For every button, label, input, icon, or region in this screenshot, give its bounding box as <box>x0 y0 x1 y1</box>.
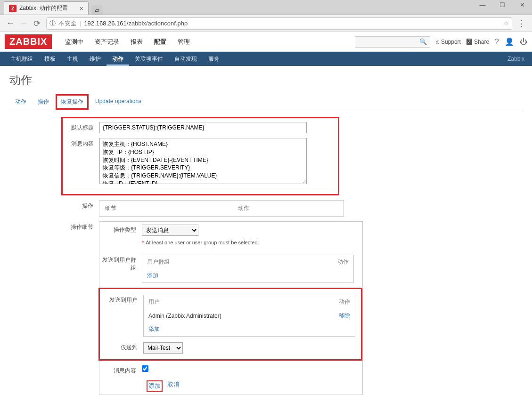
chrome-menu-icon[interactable]: ⋮ <box>515 18 528 29</box>
url-path: /zabbix/actionconf.php <box>127 20 188 27</box>
op-type-label: 操作类型 <box>99 225 142 234</box>
add-op-highlight: 添加 <box>147 380 163 392</box>
only-to-select[interactable]: Mail-Test <box>143 342 183 354</box>
op-type-note: At least one user or user group must be … <box>146 240 259 245</box>
subnav-hostgroups[interactable]: 主机群组 <box>5 52 39 66</box>
user-header: 用户 <box>144 295 312 309</box>
op-detail-box: 操作类型 发送消息 *At least one user or user gro… <box>99 221 363 395</box>
sub-nav: 主机群组 模板 主机 维护 动作 关联项事件 自动发现 服务 Zabbix <box>0 52 532 66</box>
ops-col-detail: 细节 <box>100 202 232 215</box>
tab-title: Zabbix: 动作的配置 <box>19 4 68 12</box>
menu-monitoring[interactable]: 监测中 <box>59 33 89 51</box>
page-content: 动作 动作 操作 恢复操作 Update operations 默认标题 消息内… <box>0 66 532 395</box>
add-op-link[interactable]: 添加 <box>148 382 161 389</box>
menu-inventory[interactable]: 资产记录 <box>89 33 125 51</box>
subnav-actions[interactable]: 动作 <box>106 52 129 66</box>
menu-configuration[interactable]: 配置 <box>148 33 172 51</box>
menu-reports[interactable]: 报表 <box>125 33 148 51</box>
browser-tab[interactable]: Z Zabbix: 动作的配置 × <box>4 1 89 15</box>
bookmark-icon[interactable]: ☆ <box>503 20 509 27</box>
op-detail-label: 操作细节 <box>9 221 99 231</box>
main-menu: 监测中 资产记录 报表 配置 管理 <box>59 33 196 51</box>
usergroup-header: 用户群组 <box>142 255 270 269</box>
subnav-correlation[interactable]: 关联项事件 <box>129 52 169 66</box>
msg-content-label: 消息内容 <box>99 365 142 375</box>
form-tabs: 动作 操作 恢复操作 Update operations <box>9 95 523 110</box>
forward-icon: → <box>17 17 30 30</box>
default-title-input[interactable] <box>99 122 307 133</box>
highlight-users: 发送到用户 用户 动作 Admin (Zabbix Administrator)… <box>98 288 362 361</box>
address-bar: ← → ⟳ ⓘ 不安全 | 192.168.26.161/zabbix/acti… <box>0 15 532 32</box>
tab-action[interactable]: 动作 <box>9 95 32 110</box>
search-input[interactable]: 🔍 <box>355 36 430 48</box>
user-action-header: 动作 <box>312 295 355 309</box>
search-icon[interactable]: 🔍 <box>419 38 427 45</box>
subnav-maintenance[interactable]: 维护 <box>84 52 106 66</box>
subnav-discovery[interactable]: 自动发现 <box>169 52 203 66</box>
share-icon: Z <box>467 39 472 45</box>
support-link[interactable]: ⎋Support <box>436 39 461 45</box>
url-host: 192.168.26.161 <box>84 20 126 27</box>
reload-icon[interactable]: ⟳ <box>30 17 43 30</box>
browser-tab-bar: Z Zabbix: 动作的配置 × ▱ — ☐ ✕ <box>0 0 532 15</box>
tab-recovery[interactable]: 恢复操作 <box>56 94 89 110</box>
add-usergroup-link[interactable]: 添加 <box>147 272 158 279</box>
share-link[interactable]: ZShare <box>467 39 489 45</box>
message-label: 消息内容 <box>66 138 99 148</box>
support-icon: ⎋ <box>436 39 439 45</box>
add-user-link[interactable]: 添加 <box>148 326 160 332</box>
user-icon[interactable]: 👤 <box>505 37 514 46</box>
highlight-title-message: 默认标题 消息内容 恢复主机：{HOST.NAME} 恢复 IP：{HOST.I… <box>61 117 339 195</box>
subnav-services[interactable]: 服务 <box>203 52 225 66</box>
maximize-icon[interactable]: ☐ <box>492 1 512 8</box>
help-icon[interactable]: ? <box>495 38 499 46</box>
page-title: 动作 <box>9 73 523 88</box>
subnav-hosts[interactable]: 主机 <box>61 52 84 66</box>
user-table: 用户 动作 Admin (Zabbix Administrator) 移除 添加 <box>143 295 355 337</box>
security-warning: 不安全 <box>58 19 77 28</box>
subnav-templates[interactable]: 模板 <box>39 52 61 66</box>
header-right: 🔍 ⎋Support ZShare ? 👤 ⏻ <box>355 36 527 48</box>
zabbix-logo[interactable]: ZABBIX <box>5 34 52 49</box>
default-title-label: 默认标题 <box>66 122 99 132</box>
only-to-label: 仅送到 <box>101 342 143 352</box>
subnav-right: Zabbix <box>507 56 527 62</box>
send-group-label: 发送到用户群组 <box>99 255 142 272</box>
message-textarea[interactable]: 恢复主机：{HOST.NAME} 恢复 IP：{HOST.IP} 恢复时间：{E… <box>99 138 307 184</box>
op-type-select[interactable]: 发送消息 <box>142 225 198 236</box>
operations-table: 细节 动作 <box>99 200 344 217</box>
zabbix-header: ZABBIX 监测中 资产记录 报表 配置 管理 🔍 ⎋Support ZSha… <box>0 32 532 52</box>
back-icon[interactable]: ← <box>4 17 17 30</box>
action-header: 动作 <box>270 255 354 269</box>
logout-icon[interactable]: ⏻ <box>520 38 527 46</box>
msg-content-checkbox[interactable] <box>142 365 148 372</box>
new-tab-button[interactable]: ▱ <box>91 5 103 15</box>
close-window-icon[interactable]: ✕ <box>512 1 532 8</box>
info-icon[interactable]: ⓘ <box>49 19 56 28</box>
close-icon[interactable]: × <box>80 5 83 12</box>
zabbix-favicon: Z <box>9 5 16 12</box>
tab-update-operations[interactable]: Update operations <box>90 95 147 110</box>
remove-user-link[interactable]: 移除 <box>339 312 350 319</box>
cancel-op-link[interactable]: 取消 <box>167 380 180 389</box>
menu-administration[interactable]: 管理 <box>172 33 196 51</box>
window-controls: — ☐ ✕ <box>473 1 532 15</box>
ops-col-action: 动作 <box>233 202 343 215</box>
url-input[interactable]: ⓘ 不安全 | 192.168.26.161/zabbix/actionconf… <box>46 17 512 30</box>
send-user-label: 发送到用户 <box>101 295 143 304</box>
user-group-table: 用户群组 动作 添加 <box>142 255 354 283</box>
minimize-icon[interactable]: — <box>473 1 492 8</box>
user-row-name: Admin (Zabbix Administrator) <box>144 309 312 322</box>
tab-operation[interactable]: 操作 <box>32 95 55 110</box>
operations-label: 操作 <box>9 200 99 210</box>
